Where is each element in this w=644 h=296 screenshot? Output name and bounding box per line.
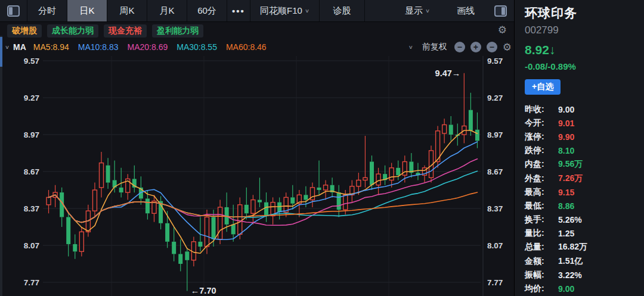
stat-value: 16.82万	[558, 242, 587, 253]
ma5-value: MA5:8.94	[33, 42, 69, 52]
chevron-down-icon[interactable]: ∨	[408, 44, 413, 50]
stat-label: 外盘:	[525, 173, 558, 184]
stat-value: 9.15	[558, 188, 574, 197]
adjust-mode-label[interactable]: 前复权	[422, 42, 447, 52]
svg-text:8.67: 8.67	[24, 167, 39, 176]
stat-label: 昨收:	[525, 104, 558, 115]
svg-text:9.57: 9.57	[24, 57, 39, 66]
stat-value: 9.90	[558, 132, 574, 142]
stat-label: 量比:	[525, 228, 558, 239]
draw-line-button[interactable]: 画线	[445, 0, 487, 21]
stat-label: 换手:	[525, 214, 558, 225]
svg-text:8.67: 8.67	[487, 167, 503, 176]
stat-value: 9.00	[558, 105, 574, 114]
tab-daily-k[interactable]: 日K	[67, 0, 107, 21]
last-price: 8.92↓	[525, 43, 644, 57]
ma20-value: MA20:8.69	[128, 42, 168, 52]
svg-text:8.37: 8.37	[24, 204, 39, 213]
down-arrow-icon: ↓	[549, 43, 556, 57]
tag-cash-rich[interactable]: 现金充裕	[104, 24, 147, 38]
gear-icon[interactable]: ⚙	[498, 25, 507, 35]
stock-tags-row: 破增股 成长能力弱 现金充裕 盈利能力弱	[4, 23, 514, 39]
stat-value: 1.51亿	[558, 256, 583, 267]
svg-text:8.07: 8.07	[24, 241, 39, 250]
svg-text:←7.70: ←7.70	[191, 286, 216, 295]
quote-panel: 环球印务 002799 8.92↓ -0.08/-0.89% +自选 昨收:9.…	[514, 0, 644, 296]
stat-value: 8.86	[558, 201, 574, 211]
panel-toggle-left-button[interactable]	[0, 0, 27, 21]
stat-row: 涨停:9.90	[525, 130, 644, 144]
chevron-down-icon: ∨	[305, 8, 309, 14]
tag-growth-weak[interactable]: 成长能力弱	[47, 24, 98, 38]
tab-60min[interactable]: 60分	[187, 0, 227, 21]
add-watchlist-button[interactable]: +自选	[525, 79, 561, 95]
display-label: 显示	[405, 5, 423, 17]
stat-label: 内盘:	[525, 159, 558, 170]
stock-name: 环球印务	[525, 5, 644, 21]
chart-controls: ∨ 前复权 − + − ⚙	[408, 39, 512, 55]
stat-value: 9.56万	[558, 159, 583, 170]
stat-row: 最高:9.15	[525, 185, 644, 199]
collapse-icon[interactable]: −	[487, 42, 497, 52]
ma30-value: MA30:8.55	[177, 42, 217, 52]
zoom-in-icon[interactable]: +	[470, 42, 481, 52]
chevron-down-icon: ∨	[425, 8, 430, 14]
stat-value: 3.22%	[558, 270, 582, 280]
stat-label: 最高:	[525, 187, 558, 198]
tab-fenshi[interactable]: 分时	[27, 0, 67, 21]
stat-label: 振幅:	[525, 270, 558, 281]
stat-row: 总量:16.82万	[525, 241, 644, 254]
stat-row: 昨收:9.00	[525, 102, 644, 116]
tab-weekly-k[interactable]: 周K	[107, 0, 147, 21]
tag-profit-weak[interactable]: 盈利能力弱	[152, 24, 203, 38]
stat-row: 换手:5.26%	[525, 213, 644, 227]
ma10-value: MA10:8.83	[78, 42, 119, 52]
svg-text:9.47→: 9.47→	[435, 68, 461, 78]
zoom-out-icon[interactable]: −	[454, 42, 465, 52]
stat-label: 跌停:	[525, 145, 558, 156]
toolbar-spacer	[365, 0, 390, 21]
candlestick-chart[interactable]: 9.579.579.279.278.978.978.678.678.378.37…	[0, 56, 514, 296]
display-menu-button[interactable]: 显示 ∨	[390, 0, 445, 21]
stat-row: 今开:9.01	[525, 116, 644, 130]
stat-row: 均价:9.00	[525, 282, 644, 295]
stat-row: 最低:8.86	[525, 199, 644, 213]
svg-text:9.27: 9.27	[487, 94, 503, 102]
stat-row: 金额:1.51亿	[525, 254, 644, 268]
svg-text:8.97: 8.97	[24, 130, 39, 139]
f10-label: 同花顺F10	[260, 5, 302, 17]
gear-icon[interactable]: ⚙	[503, 42, 512, 52]
ma-indicator-row: ∨ MA MA5:8.94 MA10:8.83 MA20:8.69 MA30:8…	[5, 39, 514, 55]
stat-label: 今开:	[525, 118, 558, 129]
stat-row: 振幅:3.22%	[525, 268, 644, 282]
stat-label: 涨停:	[525, 132, 558, 142]
stat-row: 外盘:7.26万	[525, 172, 644, 185]
svg-text:8.37: 8.37	[487, 204, 503, 213]
stat-label: 金额:	[525, 256, 558, 267]
stat-value: 8.10	[558, 146, 574, 155]
top-toolbar: 分时 日K 周K 月K 60分 ••• 同花顺F10 ∨ 诊股 显示 ∨ 画线	[0, 0, 514, 22]
stock-app-window: 分时 日K 周K 月K 60分 ••• 同花顺F10 ∨ 诊股 显示 ∨ 画线 …	[0, 0, 644, 296]
panel-left-icon	[7, 5, 20, 17]
price-value: 8.92	[525, 43, 549, 57]
diagnose-stock-button[interactable]: 诊股	[320, 0, 365, 21]
price-change: -0.08/-0.89%	[525, 61, 644, 71]
svg-text:9.57: 9.57	[487, 57, 503, 66]
svg-text:9.27: 9.27	[24, 94, 39, 102]
stat-row: 量比:1.25	[525, 227, 644, 241]
f10-menu-button[interactable]: 同花顺F10 ∨	[250, 0, 320, 21]
tag-pozenggu[interactable]: 破增股	[7, 24, 42, 38]
stat-value: 9.00	[558, 284, 574, 294]
left-rail-scrollbar[interactable]	[0, 36, 2, 296]
more-periods-button[interactable]: •••	[227, 0, 250, 21]
tab-monthly-k[interactable]: 月K	[147, 0, 187, 21]
svg-text:8.07: 8.07	[487, 241, 503, 250]
chart-region: 分时 日K 周K 月K 60分 ••• 同花顺F10 ∨ 诊股 显示 ∨ 画线 …	[0, 0, 514, 296]
chevron-down-icon[interactable]: ∨	[5, 44, 10, 50]
svg-text:7.77: 7.77	[24, 278, 39, 287]
panel-right-icon	[494, 5, 507, 17]
stat-label: 最低:	[525, 201, 558, 211]
stat-value: 1.25	[558, 229, 574, 238]
stat-value: 9.01	[558, 119, 574, 128]
panel-toggle-right-button[interactable]	[487, 0, 514, 21]
